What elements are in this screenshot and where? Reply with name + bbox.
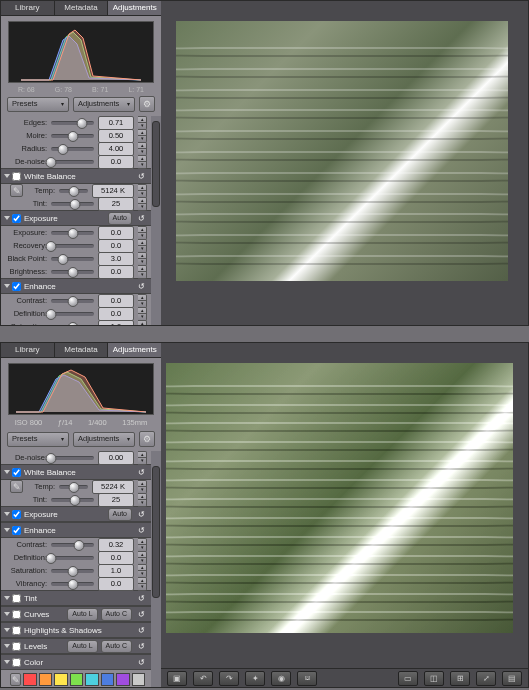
presets-dropdown[interactable]: Presets▾ bbox=[7, 432, 69, 447]
section-curves[interactable]: CurvesAuto LAuto C↺ bbox=[1, 606, 151, 622]
disclosure-triangle-icon[interactable] bbox=[4, 174, 10, 178]
histogram-readout: R: 68 G: 78 B: 71 L: 71 bbox=[8, 86, 154, 93]
slider-thumb[interactable] bbox=[67, 131, 78, 142]
viewer-mode-single-icon[interactable]: ▭ bbox=[398, 671, 418, 686]
eyedropper-button[interactable]: ✎ bbox=[10, 673, 21, 686]
color-swatch[interactable] bbox=[54, 673, 68, 686]
exif-summary: ISO 800 ƒ/14 1/400 135mm bbox=[7, 418, 155, 427]
tab-adjustments[interactable]: Adjustments bbox=[108, 1, 161, 15]
section-tint[interactable]: Tint↺ bbox=[1, 590, 151, 606]
value-field[interactable]: 0.71 bbox=[98, 116, 134, 130]
inspector-tabs: Library Metadata Adjustments bbox=[1, 1, 161, 16]
row-wb-eyedropper: ✎ Temp: 5124 K ▴▾ bbox=[1, 184, 151, 197]
color-swatch[interactable] bbox=[85, 673, 99, 686]
presets-dropdown[interactable]: Presets▾ bbox=[7, 97, 69, 112]
tab-library[interactable]: Library bbox=[1, 343, 55, 357]
inspector-panel-top: Library Metadata Adjustments R: 68 G: 78… bbox=[1, 1, 162, 325]
tab-adjustments[interactable]: Adjustments bbox=[108, 343, 161, 357]
eyedropper-button[interactable]: ✎ bbox=[10, 480, 23, 493]
inspector-panel-bottom: Library Metadata Adjustments ISO 800 ƒ/1… bbox=[1, 343, 162, 687]
color-swatch[interactable] bbox=[39, 673, 53, 686]
adjustment-list: Edges: 0.71 ▴▾ Moire: 0.50 ▴▾ Radius: 4.… bbox=[1, 116, 161, 325]
redeye-tool-icon[interactable]: ◉ bbox=[271, 671, 291, 686]
section-exposure[interactable]: Exposure Auto ↺ bbox=[1, 506, 151, 522]
eyedropper-button[interactable]: ✎ bbox=[10, 184, 23, 197]
rotate-cw-icon[interactable]: ↷ bbox=[219, 671, 239, 686]
show-master-icon[interactable]: ⊞ bbox=[450, 671, 470, 686]
crop-tool-icon[interactable]: ⧇ bbox=[297, 671, 317, 686]
window-before: Library Metadata Adjustments R: 68 G: 78… bbox=[0, 0, 529, 326]
slider-denoise: De-noise: 0.0 ▴▾ bbox=[1, 155, 151, 168]
scrollbar[interactable] bbox=[151, 451, 161, 687]
section-white-balance[interactable]: White Balance ↺ bbox=[1, 168, 151, 184]
image-viewer[interactable] bbox=[161, 1, 528, 325]
histogram bbox=[8, 21, 154, 83]
slider-edges: Edges: 0.71 ▴▾ bbox=[1, 116, 151, 129]
window-after: Library Metadata Adjustments ISO 800 ƒ/1… bbox=[0, 342, 529, 688]
color-swatch[interactable] bbox=[132, 673, 146, 686]
section-enhance[interactable]: Enhance ↺ bbox=[1, 522, 151, 538]
adjustments-dropdown[interactable]: Adjustments▾ bbox=[73, 97, 135, 112]
photo-preview bbox=[176, 21, 508, 281]
section-highlights-shadows[interactable]: Highlights & Shadows↺ bbox=[1, 622, 151, 638]
stamp-tool-icon[interactable]: ✦ bbox=[245, 671, 265, 686]
readout-l: L: 71 bbox=[128, 86, 144, 93]
filmstrip-icon[interactable]: ▤ bbox=[502, 671, 522, 686]
color-swatch[interactable] bbox=[70, 673, 84, 686]
color-swatch[interactable] bbox=[116, 673, 130, 686]
section-checkbox[interactable] bbox=[12, 214, 21, 223]
slider-radius: Radius: 4.00 ▴▾ bbox=[1, 142, 151, 155]
section-enhance[interactable]: Enhance ↺ bbox=[1, 278, 151, 294]
slider-denoise: De-noise: 0.00 ▴▾ bbox=[1, 451, 151, 464]
tab-library[interactable]: Library bbox=[1, 1, 55, 15]
viewer-mode-split-icon[interactable]: ◫ bbox=[424, 671, 444, 686]
photo-preview bbox=[166, 363, 513, 633]
section-levels[interactable]: LevelsAuto LAuto C↺ bbox=[1, 638, 151, 654]
section-checkbox[interactable] bbox=[12, 172, 21, 181]
image-viewer[interactable] bbox=[161, 343, 528, 669]
row-wb-tint: Tint: 25 ▴▾ bbox=[1, 197, 151, 210]
section-exposure[interactable]: Exposure Auto ↺ bbox=[1, 210, 151, 226]
readout-g: G: 78 bbox=[55, 86, 72, 93]
readout-r: R: 68 bbox=[18, 86, 35, 93]
scroll-thumb[interactable] bbox=[152, 121, 160, 207]
color-swatch[interactable] bbox=[101, 673, 115, 686]
histogram bbox=[8, 363, 154, 415]
adjustment-list: De-noise: 0.00 ▴▾ White Balance ↺ ✎ Temp… bbox=[1, 451, 161, 687]
auto-button[interactable]: Auto bbox=[108, 212, 132, 225]
inspector-action-menu[interactable]: ⚙ bbox=[139, 431, 155, 447]
inspector-action-menu[interactable]: ⚙ bbox=[139, 96, 155, 112]
scrollbar[interactable] bbox=[151, 116, 161, 325]
rotate-ccw-icon[interactable]: ↶ bbox=[193, 671, 213, 686]
section-white-balance[interactable]: White Balance ↺ bbox=[1, 464, 151, 480]
tab-metadata[interactable]: Metadata bbox=[55, 343, 109, 357]
color-swatches: ✎ bbox=[1, 670, 151, 687]
slider-moire: Moire: 0.50 ▴▾ bbox=[1, 129, 151, 142]
tab-metadata[interactable]: Metadata bbox=[55, 1, 109, 15]
viewer-toolbar: ▣ ↶ ↷ ✦ ◉ ⧇ ▭ ◫ ⊞ ⤢ ▤ bbox=[161, 668, 528, 687]
selection-tool-icon[interactable]: ▣ bbox=[167, 671, 187, 686]
adjustments-dropdown[interactable]: Adjustments▾ bbox=[73, 432, 135, 447]
color-swatch[interactable] bbox=[23, 673, 37, 686]
readout-b: B: 71 bbox=[92, 86, 108, 93]
zoom-icon[interactable]: ⤢ bbox=[476, 671, 496, 686]
reset-button[interactable]: ↺ bbox=[135, 172, 147, 181]
auto-button[interactable]: Auto bbox=[108, 508, 132, 521]
section-color[interactable]: Color↺ bbox=[1, 654, 151, 670]
slider-thumb[interactable] bbox=[76, 118, 87, 129]
stepper[interactable]: ▴▾ bbox=[138, 116, 147, 130]
